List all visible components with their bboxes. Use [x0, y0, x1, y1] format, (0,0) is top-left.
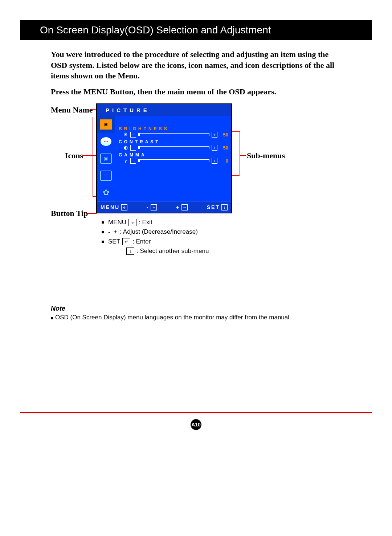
down-icon: ↓ [126, 247, 134, 255]
slider-brightness[interactable]: ☀ − + 50 [119, 131, 228, 139]
red-line [86, 213, 97, 214]
gamma-icon: γ [123, 158, 128, 164]
press-text: Press the MENU Button, then the main men… [51, 87, 341, 97]
red-line [93, 117, 93, 196]
footer-set-label: SET [207, 204, 220, 210]
submenu-label: BRIGHTNESS [119, 126, 228, 131]
tip-row: MENU ⟐ : Exit [102, 218, 209, 227]
submenu-label: CONTRAST [119, 139, 228, 144]
down-icon: ↓ [221, 204, 228, 210]
back-icon: ⟐ [121, 204, 127, 210]
plus-icon[interactable]: + [212, 132, 217, 138]
tip-desc: : Exit [139, 218, 152, 227]
left-icon: ← [151, 204, 157, 210]
footer-minus[interactable]: -← [147, 204, 157, 210]
tip-desc: : Enter [132, 237, 151, 246]
osd-menu-name: PICTURE [97, 104, 231, 116]
manual-page: On Screen Display(OSD) Selection and Adj… [0, 0, 392, 536]
minus-icon[interactable]: − [130, 158, 136, 164]
osd-panel: PICTURE ◙ RGB ▣ 〰 ✿ BRIGHTNESS ☀ − + 50 [96, 103, 232, 213]
icon-tracking[interactable]: ▣ [97, 150, 115, 167]
note-heading: Note [51, 305, 341, 312]
icon-picture[interactable]: ◙ [97, 116, 115, 133]
contrast-icon: ◐ [123, 145, 128, 151]
red-line [240, 131, 240, 175]
tip-lead: - + [108, 227, 118, 237]
callout-submenus: Sub-menus [247, 151, 285, 160]
right-icon: → [181, 204, 188, 210]
footer-plus-label: + [176, 204, 180, 210]
tip-desc: : Select another sub-menu [136, 246, 209, 256]
icon-setup[interactable]: 〰 [97, 167, 115, 184]
red-line [232, 175, 240, 176]
button-tips: MENU ⟐ : Exit - + : Adjust (Decrease/Inc… [102, 218, 209, 256]
slider-gamma[interactable]: γ − + 0 [119, 157, 228, 165]
plus-icon[interactable]: + [212, 158, 217, 164]
tip-lead: MENU [108, 218, 126, 227]
tip-desc: : Adjust (Decrease/Increase) [120, 227, 197, 237]
footer-menu-label: MENU [101, 204, 120, 210]
icon-color[interactable]: RGB [97, 133, 115, 150]
intro-text: You were introduced to the procedure of … [51, 49, 341, 81]
footer-divider [20, 412, 372, 413]
back-icon: ⟐ [128, 219, 136, 226]
callout-icons: Icons [65, 151, 83, 160]
page-title: On Screen Display(OSD) Selection and Adj… [20, 24, 271, 36]
footer-menu[interactable]: MENU⟐ [101, 204, 127, 210]
value: 50 [220, 132, 228, 138]
slider-contrast[interactable]: ◐ − + 50 [119, 144, 228, 152]
note-block: Note OSD (On Screen Display) menu langua… [51, 305, 341, 321]
callout-menu-name: Menu Name [51, 105, 93, 115]
value: 0 [220, 158, 228, 164]
icon-settings[interactable]: ✿ [97, 184, 115, 201]
osd-submenus: BRIGHTNESS ☀ − + 50 CONTRAST ◐ − + 50 GA… [115, 116, 231, 201]
title-bar: On Screen Display(OSD) Selection and Adj… [20, 20, 372, 40]
value: 50 [220, 145, 228, 151]
sun-icon: ☀ [123, 132, 128, 138]
red-line [82, 155, 97, 156]
red-line [240, 155, 246, 156]
enter-icon: ↵ [122, 238, 130, 245]
footer-set[interactable]: SET↓ [207, 204, 228, 210]
submenu-label: GAMMA [119, 152, 228, 157]
tip-lead: SET [108, 237, 120, 246]
footer-minus-label: - [147, 204, 150, 210]
note-text: OSD (On Screen Display) menu languages o… [51, 314, 341, 321]
minus-icon[interactable]: − [130, 132, 136, 138]
tip-row: ↓ : Select another sub-menu [102, 246, 209, 256]
tip-row: SET ↵ : Enter [102, 237, 209, 246]
minus-icon[interactable]: − [130, 145, 136, 151]
callout-button-tip: Button Tip [51, 209, 88, 218]
tip-row: - + : Adjust (Decrease/Increase) [102, 227, 209, 237]
page-number: A10 [191, 419, 201, 430]
osd-icon-column: ◙ RGB ▣ 〰 ✿ [97, 116, 115, 201]
osd-menu-name-text: PICTURE [106, 107, 150, 113]
osd-footer: MENU⟐ -← +→ SET↓ [97, 201, 231, 213]
plus-icon[interactable]: + [212, 145, 217, 151]
red-line [232, 131, 240, 132]
footer-plus[interactable]: +→ [176, 204, 188, 210]
